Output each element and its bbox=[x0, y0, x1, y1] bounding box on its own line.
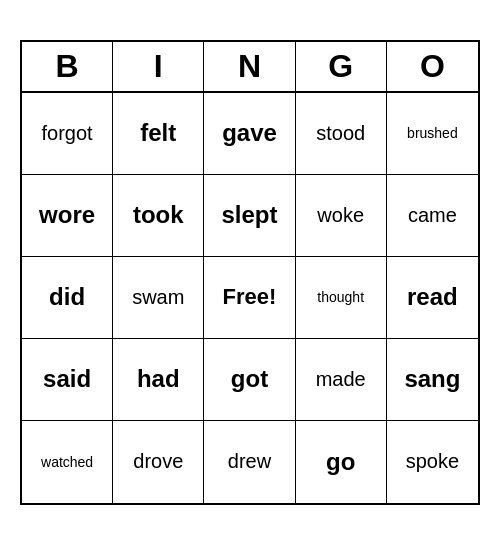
bingo-cell-1-2: slept bbox=[204, 175, 295, 257]
bingo-cell-1-3: woke bbox=[296, 175, 387, 257]
bingo-cell-0-3: stood bbox=[296, 93, 387, 175]
bingo-cell-2-1: swam bbox=[113, 257, 204, 339]
bingo-cell-3-2: got bbox=[204, 339, 295, 421]
bingo-cell-3-4: sang bbox=[387, 339, 478, 421]
header-letter-G: G bbox=[296, 42, 387, 91]
header-letter-I: I bbox=[113, 42, 204, 91]
bingo-cell-0-2: gave bbox=[204, 93, 295, 175]
bingo-cell-3-3: made bbox=[296, 339, 387, 421]
bingo-cell-1-0: wore bbox=[22, 175, 113, 257]
bingo-header: BINGO bbox=[22, 42, 478, 93]
bingo-cell-4-3: go bbox=[296, 421, 387, 503]
bingo-grid: forgotfeltgavestoodbrushedworetooksleptw… bbox=[22, 93, 478, 503]
bingo-cell-1-4: came bbox=[387, 175, 478, 257]
bingo-cell-4-2: drew bbox=[204, 421, 295, 503]
header-letter-N: N bbox=[204, 42, 295, 91]
bingo-cell-0-1: felt bbox=[113, 93, 204, 175]
bingo-cell-4-0: watched bbox=[22, 421, 113, 503]
bingo-cell-2-0: did bbox=[22, 257, 113, 339]
header-letter-O: O bbox=[387, 42, 478, 91]
bingo-cell-2-2: Free! bbox=[204, 257, 295, 339]
bingo-cell-2-4: read bbox=[387, 257, 478, 339]
bingo-cell-0-4: brushed bbox=[387, 93, 478, 175]
bingo-cell-2-3: thought bbox=[296, 257, 387, 339]
bingo-cell-3-1: had bbox=[113, 339, 204, 421]
bingo-cell-1-1: took bbox=[113, 175, 204, 257]
bingo-cell-3-0: said bbox=[22, 339, 113, 421]
header-letter-B: B bbox=[22, 42, 113, 91]
bingo-cell-4-4: spoke bbox=[387, 421, 478, 503]
bingo-cell-0-0: forgot bbox=[22, 93, 113, 175]
bingo-cell-4-1: drove bbox=[113, 421, 204, 503]
bingo-card: BINGO forgotfeltgavestoodbrushedworetook… bbox=[20, 40, 480, 505]
